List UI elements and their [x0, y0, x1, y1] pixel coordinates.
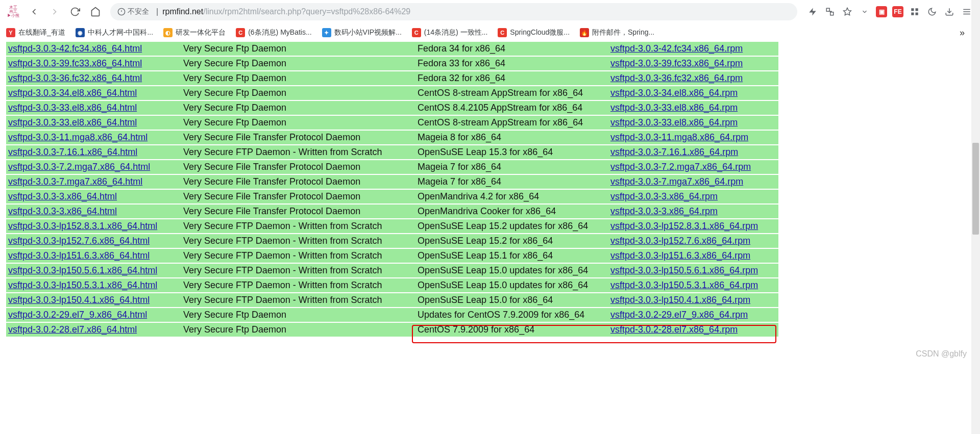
svg-marker-3 [809, 8, 816, 16]
package-rpm-link[interactable]: vsftpd-3.0.3-lp152.7.6.x86_64.rpm [610, 236, 750, 246]
bookmark-item[interactable]: 🔥附件邮件，Spring... [580, 28, 654, 37]
bookmark-item[interactable]: ◉中科人才网-中国科... [76, 28, 153, 37]
table-row: vsftpd-3.0.3-36.fc32.x86_64.htmlVery Sec… [6, 71, 778, 86]
package-rpm-link[interactable]: vsftpd-3.0.2-29.el7_9.x86_64.rpm [610, 310, 748, 320]
browser-toolbar: 木工画工▶小熊 不安全 | rpmfind.net/linux/rpm2html… [0, 0, 980, 23]
package-description: Very Secure FTP Daemon - Written from Sc… [181, 234, 415, 248]
table-row: vsftpd-3.0.3-33.el8.x86_64.htmlVery Secu… [6, 115, 778, 130]
package-html-link[interactable]: vsftpd-3.0.2-28.el7.x86_64.html [8, 324, 137, 335]
lightning-icon[interactable] [806, 6, 819, 18]
table-row: vsftpd-3.0.3-11.mga8.x86_64.htmlVery Sec… [6, 130, 778, 145]
profile-avatar[interactable]: 木工画工▶小熊 [4, 3, 22, 21]
package-html-link[interactable]: vsftpd-3.0.3-11.mga8.x86_64.html [8, 132, 148, 142]
security-indicator[interactable]: 不安全 [117, 7, 149, 16]
package-distribution: OpenSuSE Leap 15.2 updates for x86_64 [415, 219, 608, 234]
package-rpm-link[interactable]: vsftpd-3.0.3-36.fc32.x86_64.rpm [610, 73, 743, 83]
url-text: rpmfind.net/linux/rpm2html/search.php?qu… [162, 7, 410, 16]
package-distribution: Mageia 7 for x86_64 [415, 174, 608, 189]
package-description: Very Secure FTP Daemon - Written from Sc… [181, 219, 415, 234]
package-rpm-link[interactable]: vsftpd-3.0.3-lp150.5.6.1.x86_64.rpm [610, 265, 758, 275]
package-html-link[interactable]: vsftpd-3.0.3-36.fc32.x86_64.html [8, 73, 142, 83]
bookmark-item[interactable]: C(14条消息) 一致性... [412, 28, 487, 37]
package-rpm-link[interactable]: vsftpd-3.0.3-11.mga8.x86_64.rpm [610, 132, 748, 142]
bookmark-star-icon[interactable] [841, 6, 853, 18]
bookmark-favicon: ◉ [76, 28, 85, 37]
package-html-link[interactable]: vsftpd-3.0.3-33.el8.x86_64.html [8, 117, 137, 127]
package-html-link[interactable]: vsftpd-3.0.3-42.fc34.x86_64.html [8, 43, 142, 54]
package-rpm-link[interactable]: vsftpd-3.0.3-42.fc34.x86_64.rpm [610, 43, 743, 54]
package-distribution: CentOS 8-stream AppStream for x86_64 [415, 86, 608, 100]
package-rpm-link[interactable]: vsftpd-3.0.3-3.x86_64.rpm [610, 206, 718, 216]
rpm-search-results: vsftpd-3.0.3-42.fc34.x86_64.htmlVery Sec… [6, 42, 778, 338]
package-rpm-link[interactable]: vsftpd-3.0.3-39.fc33.x86_64.rpm [610, 58, 743, 68]
package-distribution: Updates for CentOS 7.9.2009 for x86_64 [415, 308, 608, 322]
package-html-link[interactable]: vsftpd-3.0.3-lp150.5.3.1.x86_64.html [8, 280, 157, 290]
ext-icon-red[interactable]: ▣ [876, 6, 887, 17]
translate-icon[interactable] [824, 6, 836, 18]
home-button[interactable] [87, 3, 104, 20]
package-html-link[interactable]: vsftpd-3.0.3-lp152.7.6.x86_64.html [8, 236, 150, 246]
package-description: Very Secure File Transfer Protocol Daemo… [181, 160, 415, 174]
package-description: Very Secure Ftp Daemon [181, 86, 415, 100]
table-row: vsftpd-3.0.3-lp150.5.3.1.x86_64.htmlVery… [6, 278, 778, 293]
package-html-link[interactable]: vsftpd-3.0.2-29.el7_9.x86_64.html [8, 310, 147, 320]
package-html-link[interactable]: vsftpd-3.0.3-7.mga7.x86_64.html [8, 176, 142, 187]
package-html-link[interactable]: vsftpd-3.0.3-3.x86_64.html [8, 191, 117, 201]
bookmark-label: 在线翻译_有道 [18, 28, 65, 37]
package-distribution: OpenSuSE Leap 15.0 updates for x86_64 [415, 278, 608, 293]
package-rpm-link[interactable]: vsftpd-3.0.3-7.mga7.x86_64.rpm [610, 176, 743, 187]
bookmark-item[interactable]: C(6条消息) MyBatis... [236, 28, 311, 37]
back-button[interactable] [26, 3, 43, 20]
bookmark-label: SpringCloud微服... [510, 28, 570, 37]
package-rpm-link[interactable]: vsftpd-3.0.3-lp150.5.3.1.x86_64.rpm [610, 280, 758, 290]
forward-button[interactable] [46, 3, 63, 20]
apps-grid-icon[interactable] [909, 6, 921, 18]
bookmark-item[interactable]: ◐研发一体化平台 [163, 28, 226, 37]
package-html-link[interactable]: vsftpd-3.0.3-7.2.mga7.x86_64.html [8, 162, 150, 172]
package-rpm-link[interactable]: vsftpd-3.0.3-7.2.mga7.x86_64.rpm [610, 162, 751, 172]
package-rpm-link[interactable]: vsftpd-3.0.3-lp150.4.1.x86_64.rpm [610, 295, 750, 305]
package-html-link[interactable]: vsftpd-3.0.3-34.el8.x86_64.html [8, 88, 137, 98]
bookmark-favicon: ◐ [163, 28, 173, 37]
ext-icon-fe[interactable]: FE [892, 6, 903, 17]
package-description: Very Secure Ftp Daemon [181, 56, 415, 71]
download-icon[interactable] [943, 6, 955, 18]
bookmark-favicon: C [498, 28, 507, 37]
bookmark-label: 中科人才网-中国科... [88, 28, 153, 37]
toolbar-actions: ▣ FE [803, 6, 976, 18]
package-description: Very Secure File Transfer Protocol Daemo… [181, 174, 415, 189]
package-html-link[interactable]: vsftpd-3.0.3-33.el8.x86_64.html [8, 103, 137, 113]
bookmark-item[interactable]: CSpringCloud微服... [498, 28, 570, 37]
bookmark-item[interactable]: ✦数码小站VIP视频解... [322, 28, 402, 37]
package-rpm-link[interactable]: vsftpd-3.0.3-lp151.6.3.x86_64.rpm [610, 250, 750, 261]
page-content: vsftpd-3.0.3-42.fc34.x86_64.htmlVery Sec… [0, 42, 980, 338]
bookmark-label: 附件邮件，Spring... [592, 28, 654, 37]
package-rpm-link[interactable]: vsftpd-3.0.3-33.el8.x86_64.rpm [610, 117, 738, 127]
package-html-link[interactable]: vsftpd-3.0.3-lp150.5.6.1.x86_64.html [8, 265, 157, 275]
package-html-link[interactable]: vsftpd-3.0.3-39.fc33.x86_64.html [8, 58, 142, 68]
chevron-down-icon[interactable] [859, 6, 871, 18]
bookmark-item[interactable]: Y在线翻译_有道 [6, 28, 65, 37]
package-html-link[interactable]: vsftpd-3.0.3-3.x86_64.html [8, 206, 117, 216]
package-description: Very Secure FTP Daemon - Written from Sc… [181, 248, 415, 263]
svg-rect-10 [911, 13, 914, 15]
package-rpm-link[interactable]: vsftpd-3.0.3-7.16.1.x86_64.rpm [610, 147, 738, 157]
package-rpm-link[interactable]: vsftpd-3.0.3-33.el8.x86_64.rpm [610, 103, 738, 113]
package-rpm-link[interactable]: vsftpd-3.0.2-28.el7.x86_64.rpm [610, 324, 738, 335]
table-row: vsftpd-3.0.3-42.fc34.x86_64.htmlVery Sec… [6, 42, 778, 56]
package-html-link[interactable]: vsftpd-3.0.3-lp151.6.3.x86_64.html [8, 250, 150, 261]
vertical-scrollbar[interactable] [971, 0, 980, 434]
package-html-link[interactable]: vsftpd-3.0.3-lp152.8.3.1.x86_64.html [8, 221, 157, 231]
svg-rect-8 [911, 8, 914, 11]
package-rpm-link[interactable]: vsftpd-3.0.3-3.x86_64.rpm [610, 191, 718, 201]
package-html-link[interactable]: vsftpd-3.0.3-lp150.4.1.x86_64.html [8, 295, 150, 305]
package-html-link[interactable]: vsftpd-3.0.3-7.16.1.x86_64.html [8, 147, 137, 157]
package-rpm-link[interactable]: vsftpd-3.0.3-lp152.8.3.1.x86_64.rpm [610, 221, 758, 231]
package-rpm-link[interactable]: vsftpd-3.0.3-34.el8.x86_64.rpm [610, 88, 738, 98]
package-distribution: CentOS 8.4.2105 AppStream for x86_64 [415, 100, 608, 115]
address-bar[interactable]: 不安全 | rpmfind.net/linux/rpm2html/search.… [110, 3, 797, 20]
bookmark-label: (6条消息) MyBatis... [248, 28, 311, 37]
dark-mode-icon[interactable] [926, 6, 938, 18]
reload-button[interactable] [66, 3, 84, 20]
table-row: vsftpd-3.0.2-29.el7_9.x86_64.htmlVery Se… [6, 308, 778, 322]
